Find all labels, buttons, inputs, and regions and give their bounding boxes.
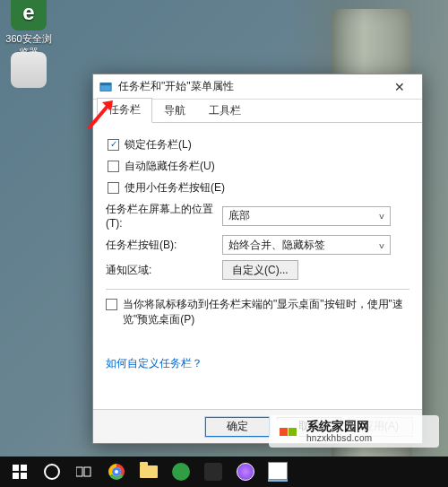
buttons-label: 任务栏按钮(B):: [106, 238, 222, 253]
checkbox-autohide[interactable]: 自动隐藏任务栏(U): [106, 157, 409, 175]
customize-button[interactable]: 自定义(C)...: [222, 260, 298, 280]
app-green-icon: [172, 463, 190, 481]
svg-rect-1: [100, 83, 111, 85]
taskbar-app-green[interactable]: [165, 458, 197, 485]
separator: [106, 289, 409, 290]
checkbox-label: 当你将鼠标移动到任务栏末端的"显示桌面"按钮时，使用"速览"预览桌面(P): [123, 297, 409, 328]
search-icon: [44, 464, 60, 480]
select-value: 底部: [228, 208, 250, 223]
svg-rect-2: [13, 465, 19, 471]
svg-rect-6: [76, 467, 82, 476]
properties-window-icon: [268, 462, 288, 482]
app-dark-icon: [204, 463, 222, 481]
row-notify-area: 通知区域: 自定义(C)...: [106, 260, 409, 280]
checkbox-small-buttons[interactable]: 使用小任务栏按钮(E): [106, 178, 409, 196]
window-title: 任务栏和"开始"菜单属性: [118, 79, 383, 94]
taskbar-running-dialog[interactable]: [262, 458, 294, 485]
windows-icon: [13, 465, 27, 479]
taskbar-app-dark[interactable]: [197, 458, 229, 485]
svg-rect-3: [21, 465, 27, 471]
checkbox-label: 自动隐藏任务栏(U): [125, 159, 215, 174]
watermark: 系统家园网 hnzxkhbsd.com: [269, 415, 439, 448]
taskbar-chrome[interactable]: [100, 458, 133, 485]
buttons-select[interactable]: 始终合并、隐藏标签 ⅴ: [222, 235, 391, 255]
position-select[interactable]: 底部 ⅴ: [222, 206, 391, 226]
close-icon: ✕: [394, 80, 405, 94]
desktop-viewport: e 360安全浏览器 任务栏和"开始"菜单属性 ✕ 任务栏 导航 工具栏 锁定任…: [0, 0, 448, 487]
row-taskbar-buttons: 任务栏按钮(B): 始终合并、隐藏标签 ⅴ: [106, 235, 409, 255]
desktop-icon-360browser[interactable]: e 360安全浏览器: [2, 0, 56, 59]
taskbar-properties-dialog: 任务栏和"开始"菜单属性 ✕ 任务栏 导航 工具栏 锁定任务栏(L) 自动隐藏任…: [92, 74, 423, 444]
tab-navigation[interactable]: 导航: [152, 99, 197, 123]
svg-rect-4: [13, 473, 19, 479]
row-taskbar-position: 任务栏在屏幕上的位置(T): 底部 ⅴ: [106, 202, 409, 230]
chevron-down-icon: ⅴ: [379, 211, 384, 221]
help-link[interactable]: 如何自定义任务栏？: [106, 356, 202, 371]
select-value: 始终合并、隐藏标签: [228, 238, 325, 253]
browser-icon: e: [11, 0, 47, 30]
svg-rect-7: [84, 467, 90, 476]
tab-toolbars[interactable]: 工具栏: [197, 99, 253, 123]
desktop-icon-generic[interactable]: [2, 52, 56, 90]
ok-button[interactable]: 确定: [205, 417, 270, 437]
svg-rect-5: [21, 473, 27, 479]
checkbox-peek-preview[interactable]: 当你将鼠标移动到任务栏末端的"显示桌面"按钮时，使用"速览"预览桌面(P): [106, 297, 409, 328]
taskbar-search[interactable]: [36, 458, 68, 485]
taskbar-explorer[interactable]: [133, 458, 165, 485]
window-icon: [99, 80, 113, 94]
checkbox-icon: [108, 182, 119, 194]
start-button[interactable]: [4, 458, 36, 485]
chevron-down-icon: ⅴ: [379, 240, 384, 250]
tab-panel-taskbar: 锁定任务栏(L) 自动隐藏任务栏(U) 使用小任务栏按钮(E) 任务栏在屏幕上的…: [93, 123, 422, 409]
tab-taskbar[interactable]: 任务栏: [97, 98, 152, 123]
generic-icon: [11, 52, 47, 88]
watermark-title: 系统家园网: [306, 420, 372, 433]
watermark-url: hnzxkhbsd.com: [306, 433, 372, 443]
chrome-icon: [108, 464, 125, 480]
taskbar-app-avatar[interactable]: [229, 458, 262, 485]
notify-label: 通知区域:: [106, 263, 222, 278]
checkbox-icon: [108, 161, 119, 172]
taskview-icon: [76, 465, 92, 478]
checkbox-icon: [106, 299, 117, 310]
titlebar[interactable]: 任务栏和"开始"菜单属性 ✕: [93, 74, 422, 100]
checkbox-icon: [108, 139, 119, 151]
checkbox-label: 使用小任务栏按钮(E): [125, 180, 225, 196]
taskbar[interactable]: [0, 457, 448, 487]
avatar-icon: [237, 463, 254, 481]
close-button[interactable]: ✕: [383, 76, 417, 98]
watermark-logo-icon: [276, 420, 299, 443]
folder-icon: [140, 465, 158, 478]
taskbar-taskview[interactable]: [68, 458, 100, 485]
checkbox-label: 锁定任务栏(L): [125, 137, 192, 152]
tab-strip: 任务栏 导航 工具栏: [93, 100, 422, 123]
position-label: 任务栏在屏幕上的位置(T):: [106, 202, 222, 230]
checkbox-lock-taskbar[interactable]: 锁定任务栏(L): [106, 135, 409, 153]
